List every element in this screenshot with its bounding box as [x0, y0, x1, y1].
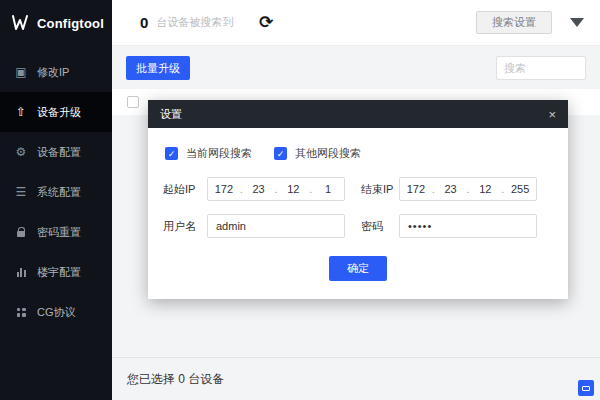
footer-bar: 您已选择 0 台设备	[112, 357, 600, 400]
sidebar-item-label: 楼宇配置	[37, 265, 81, 280]
sidebar-item-modify-ip[interactable]: ▣ 修改IP	[0, 52, 112, 92]
checkbox-current-subnet-label: 当前网段搜索	[186, 146, 252, 161]
start-ip-octet-3[interactable]: 12	[278, 183, 310, 195]
subnet-checkbox-row: ✓ 当前网段搜索 ✓ 其他网段搜索	[163, 146, 553, 161]
start-ip-label: 起始IP	[163, 182, 207, 197]
end-ip-octet-2[interactable]: 23	[435, 183, 467, 195]
password-input[interactable]	[399, 214, 537, 238]
sidebar-menu: ▣ 修改IP ⇧ 设备升级 ⚙ 设备配置 ☰ 系统配置 密码重置 楼宇配置	[0, 52, 112, 332]
logo-row: Configtool	[0, 0, 112, 46]
selection-summary: 您已选择 0 台设备	[127, 371, 224, 388]
end-ip-label: 结束IP	[361, 182, 399, 197]
checkbox-other-subnet-label: 其他网段搜索	[295, 146, 361, 161]
end-ip-octet-4[interactable]: 255	[504, 183, 536, 195]
end-ip-input[interactable]: 172 . 23 . 12 . 255	[399, 177, 537, 201]
modal-body: ✓ 当前网段搜索 ✓ 其他网段搜索 起始IP 172 . 23 . 12 . 1	[148, 128, 568, 299]
start-ip-octet-4[interactable]: 1	[312, 183, 344, 195]
lock-icon	[14, 228, 28, 237]
username-input[interactable]	[207, 214, 345, 238]
chat-icon[interactable]	[578, 380, 594, 396]
search-settings-button[interactable]: 搜索设置	[476, 11, 552, 34]
end-ip-octet-3[interactable]: 12	[470, 183, 502, 195]
system-config-icon: ☰	[14, 185, 28, 199]
settings-modal: 设置 × ✓ 当前网段搜索 ✓ 其他网段搜索 起始IP 172 . 23 . 1	[148, 100, 568, 299]
sidebar-item-cg-protocol[interactable]: CG协议	[0, 292, 112, 332]
close-icon[interactable]: ×	[548, 108, 556, 121]
device-upgrade-icon: ⇧	[14, 105, 28, 119]
modal-footer: 确定	[163, 256, 553, 281]
device-count: 0	[140, 14, 148, 31]
start-ip-input[interactable]: 172 . 23 . 12 . 1	[207, 177, 345, 201]
password-label: 密码	[361, 219, 399, 234]
sidebar-item-device-upgrade[interactable]: ⇧ 设备升级	[0, 92, 112, 132]
sidebar-item-label: CG协议	[37, 305, 76, 320]
app-window: Configtool ▣ 修改IP ⇧ 设备升级 ⚙ 设备配置 ☰ 系统配置 密…	[0, 0, 600, 400]
username-label: 用户名	[163, 219, 207, 234]
end-ip-octet-1[interactable]: 172	[400, 183, 432, 195]
topbar: 0 台设备被搜索到 ⟳ 搜索设置	[112, 0, 600, 46]
checkbox-current-subnet[interactable]: ✓	[165, 147, 178, 160]
sidebar-item-label: 修改IP	[37, 65, 69, 80]
sidebar-item-system-config[interactable]: ☰ 系统配置	[0, 172, 112, 212]
sidebar-item-building-config[interactable]: 楼宇配置	[0, 252, 112, 292]
check-icon: ✓	[277, 149, 285, 159]
filter-icon[interactable]	[570, 18, 584, 27]
start-ip-octet-2[interactable]: 23	[243, 183, 275, 195]
building-config-icon	[14, 268, 28, 277]
app-title: Configtool	[37, 16, 104, 31]
sidebar-item-label: 密码重置	[37, 225, 81, 240]
sidebar-item-device-config[interactable]: ⚙ 设备配置	[0, 132, 112, 172]
select-all-checkbox[interactable]	[127, 96, 139, 108]
modal-title: 设置	[160, 107, 182, 122]
modify-ip-icon: ▣	[14, 65, 28, 79]
sidebar-item-label: 系统配置	[37, 185, 81, 200]
sidebar-item-label: 设备升级	[37, 105, 81, 120]
device-config-icon: ⚙	[14, 145, 28, 159]
protocol-grid-icon	[14, 308, 28, 317]
credentials-row: 用户名 密码	[163, 214, 553, 238]
check-icon: ✓	[168, 149, 176, 159]
search-input[interactable]	[504, 62, 578, 74]
toolbar: 批量升级	[112, 46, 600, 89]
sidebar-item-label: 设备配置	[37, 145, 81, 160]
device-count-label: 台设备被搜索到	[156, 15, 233, 30]
sidebar: Configtool ▣ 修改IP ⇧ 设备升级 ⚙ 设备配置 ☰ 系统配置 密…	[0, 0, 112, 400]
start-ip-octet-1[interactable]: 172	[208, 183, 240, 195]
refresh-icon[interactable]: ⟳	[259, 14, 273, 31]
modal-header: 设置 ×	[148, 100, 568, 128]
batch-upgrade-button[interactable]: 批量升级	[126, 56, 190, 80]
checkbox-other-subnet[interactable]: ✓	[274, 147, 287, 160]
ip-range-row: 起始IP 172 . 23 . 12 . 1 结束IP 172 . 23 . 1…	[163, 177, 553, 201]
sidebar-item-password-reset[interactable]: 密码重置	[0, 212, 112, 252]
search-box[interactable]	[496, 56, 586, 80]
app-logo-icon	[10, 13, 30, 33]
ok-button[interactable]: 确定	[329, 256, 387, 281]
